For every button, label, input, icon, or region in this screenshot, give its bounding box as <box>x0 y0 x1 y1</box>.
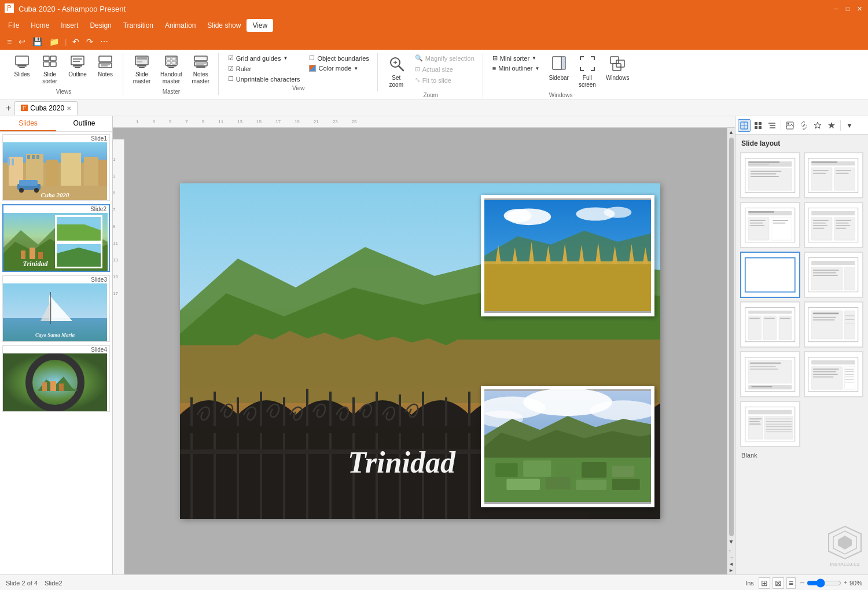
menu-view[interactable]: View <box>247 19 273 32</box>
titlebar: 🅿 Cuba 2020 - Ashampoo Present ─ □ ✕ <box>0 0 868 17</box>
rp-btn-slides-grid[interactable] <box>752 119 764 132</box>
scroll-down-btn[interactable]: ▼ <box>729 539 734 545</box>
maximize-button[interactable]: □ <box>844 5 852 13</box>
zoom-slider[interactable] <box>807 578 841 588</box>
document-tab[interactable]: 🅿 Cuba 2020 ✕ <box>14 101 78 115</box>
menu-animation[interactable]: Animation <box>159 19 201 32</box>
grid-guides-dropdown[interactable]: ▼ <box>283 56 288 61</box>
nav-up-arrow[interactable]: ↑ <box>729 548 734 554</box>
layout-item-9[interactable] <box>740 351 800 397</box>
rp-btn-link[interactable] <box>797 119 810 132</box>
rp-btn-image[interactable] <box>784 119 796 132</box>
photo-frame-1[interactable] <box>481 195 654 316</box>
ribbon-color-mode[interactable]: Color mode ▼ <box>306 64 372 73</box>
svg-rect-187 <box>813 223 826 224</box>
ribbon-btn-set-zoom[interactable]: Setzoom <box>384 53 409 91</box>
rp-btn-outline-view[interactable] <box>766 119 778 132</box>
svg-rect-241 <box>748 410 792 414</box>
view-normal-btn[interactable]: ⊞ <box>759 577 770 589</box>
ribbon-mini-outliner[interactable]: ≡ Mini outliner ▼ <box>489 64 543 73</box>
rp-btn-star-filled[interactable] <box>825 119 838 132</box>
scroll-thumb[interactable] <box>729 138 734 536</box>
qat-more-button[interactable]: ⋯ <box>98 36 111 47</box>
menu-insert[interactable]: Insert <box>55 19 84 32</box>
add-tab-button[interactable]: + <box>2 103 14 113</box>
menu-design[interactable]: Design <box>84 19 117 32</box>
ribbon-btn-slides[interactable]: Slides <box>9 53 35 80</box>
slide-thumb-3[interactable]: Slide3 <box>2 275 110 342</box>
slide-thumb-1[interactable]: Slide1 <box>2 134 110 201</box>
ribbon-btn-sidebar[interactable]: Sidebar <box>545 53 572 84</box>
ribbon-btn-notes[interactable]: Notes <box>93 53 118 80</box>
layout-item-4[interactable] <box>804 202 864 248</box>
slide-canvas[interactable]: Trinidad <box>180 183 660 519</box>
close-button[interactable]: ✕ <box>855 5 863 13</box>
photo-frame-2[interactable] <box>481 386 654 507</box>
ribbon-btn-notes-master[interactable]: Notesmaster <box>188 53 214 87</box>
slide-2-label: Slide2 <box>3 205 109 213</box>
layout-item-11[interactable] <box>740 401 800 447</box>
mini-sorter-dropdown[interactable]: ▼ <box>532 56 536 61</box>
zoom-in-btn[interactable]: + <box>844 580 847 586</box>
menu-home[interactable]: Home <box>25 19 55 32</box>
ribbon-btn-windows[interactable]: Windows <box>602 53 633 84</box>
nav-next-arrow[interactable]: ► <box>729 567 734 573</box>
minimize-button[interactable]: ─ <box>832 5 840 13</box>
qat-new-button[interactable]: ↩ <box>16 36 28 47</box>
tab-close-button[interactable]: ✕ <box>67 105 71 112</box>
layout-item-3[interactable] <box>740 202 800 248</box>
ribbon-unprintable[interactable]: ☐ Unprintable characters <box>225 74 304 84</box>
qat-open-button[interactable]: 📁 <box>47 36 61 47</box>
qat-undo-button[interactable]: ↶ <box>70 36 82 47</box>
svg-rect-243 <box>764 416 793 439</box>
qat-redo-button[interactable]: ↷ <box>84 36 95 47</box>
ribbon-actual-size[interactable]: ⊡ Actual size <box>411 64 478 74</box>
view-sorter-btn[interactable]: ⊠ <box>773 577 784 589</box>
svg-rect-84 <box>50 381 56 391</box>
mini-outliner-dropdown[interactable]: ▼ <box>535 66 540 71</box>
ribbon-magnify[interactable]: 🔍 Magnify selection <box>411 53 478 63</box>
ribbon-btn-slide-master[interactable]: Slidemaster <box>129 53 155 87</box>
tab-outline[interactable]: Outline <box>56 116 112 131</box>
menu-slideshow[interactable]: Slide show <box>201 19 247 32</box>
layout-item-2[interactable] <box>804 152 864 198</box>
ribbon-btn-slide-sorter[interactable]: Slidesorter <box>37 53 62 87</box>
ribbon-ruler[interactable]: ☑ Ruler <box>225 64 304 73</box>
qat-menu-button[interactable]: ≡ <box>5 36 14 47</box>
actual-size-icon: ⊡ <box>415 65 420 73</box>
color-mode-dropdown[interactable]: ▼ <box>354 66 358 71</box>
layout-item-1[interactable] <box>740 152 800 198</box>
layout-item-10[interactable] <box>804 351 864 397</box>
ribbon-fit-to-slide[interactable]: ⤡ Fit to slide <box>411 75 478 85</box>
ribbon-btn-outline[interactable]: Outline <box>65 53 90 80</box>
ribbon-mini-sorter[interactable]: ⊞ Mini sorter ▼ <box>489 53 543 63</box>
menu-file[interactable]: File <box>2 19 25 32</box>
layout-item-5-blank[interactable] <box>740 252 800 298</box>
svg-rect-7 <box>71 56 84 65</box>
ribbon-btn-full-screen[interactable]: Fullscreen <box>575 53 600 91</box>
rp-btn-dropdown[interactable]: ▼ <box>843 119 856 132</box>
view-notes-btn[interactable]: ≡ <box>786 577 796 589</box>
canvas-scrollbar-v[interactable]: ▲ ▼ ↑ → ◄ ► <box>727 128 735 574</box>
layout-item-8[interactable] <box>804 301 864 348</box>
svg-rect-207 <box>749 318 760 319</box>
svg-rect-157 <box>748 161 779 163</box>
zoom-out-btn[interactable]: ─ <box>800 580 804 586</box>
ribbon-grid-guides[interactable]: ☑ Grid and guides ▼ <box>225 53 304 63</box>
slide-thumb-2[interactable]: Slide2 <box>2 204 110 272</box>
rp-btn-star[interactable] <box>811 119 824 132</box>
nav-right-arrow[interactable]: → <box>729 555 734 560</box>
ribbon-btn-handout-master[interactable]: Handoutmaster <box>157 53 186 87</box>
nav-prev-arrow[interactable]: ◄ <box>729 561 734 567</box>
unprintable-label: Unprintable characters <box>236 76 300 83</box>
ribbon-object-boundaries[interactable]: ☐ Object boundaries <box>306 53 372 63</box>
tab-slides[interactable]: Slides <box>0 116 56 131</box>
layout-item-6[interactable] <box>804 252 864 298</box>
layout-section-title: Slide layout <box>735 135 868 150</box>
rp-btn-layout[interactable] <box>738 119 751 132</box>
qat-save-button[interactable]: 💾 <box>30 36 45 47</box>
layout-item-7[interactable] <box>740 301 800 348</box>
scroll-up-btn[interactable]: ▲ <box>729 129 734 135</box>
slide-thumb-4[interactable]: Slide4 <box>2 345 110 412</box>
menu-transition[interactable]: Transition <box>117 19 159 32</box>
